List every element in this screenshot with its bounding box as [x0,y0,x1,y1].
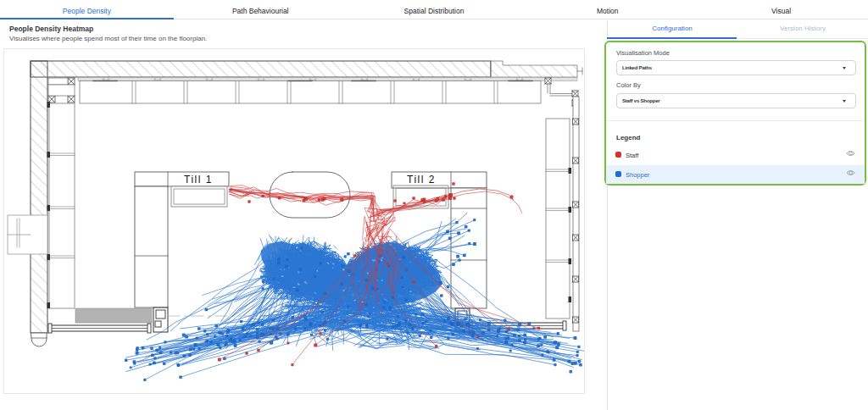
svg-text:0—0: 0—0 [516,77,524,81]
svg-text:0—0: 0—0 [413,77,420,81]
svg-text:0—0: 0—0 [103,77,110,81]
svg-text:0—0: 0—0 [154,77,162,81]
svg-text:0—0: 0—0 [361,77,369,81]
svg-text:Till 2: Till 2 [407,174,436,186]
svg-text:0—0: 0—0 [206,77,214,81]
svg-text:0—0: 0—0 [465,77,472,81]
svg-text:Till 1: Till 1 [184,174,213,186]
svg-text:0—0: 0—0 [258,77,265,81]
svg-text:0—0: 0—0 [309,77,317,81]
